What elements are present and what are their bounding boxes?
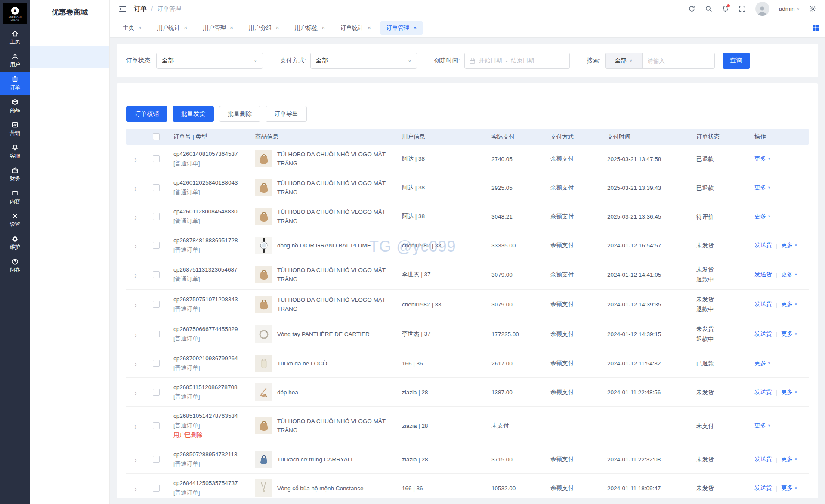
tab-close-icon[interactable]: × — [184, 25, 188, 31]
more-actions-link[interactable]: 更多∨ — [781, 388, 797, 396]
tab-close-icon[interactable]: × — [138, 25, 142, 31]
batch-ship-button[interactable]: 批量发货 — [173, 106, 214, 122]
page-tab[interactable]: 订单统计 × — [334, 21, 377, 35]
more-actions-link[interactable]: 更多∨ — [781, 330, 797, 338]
tab-close-icon[interactable]: × — [230, 25, 233, 31]
search-scope-select[interactable]: 全部 ∨ — [606, 53, 643, 68]
expand-row-icon[interactable]: › — [135, 421, 137, 430]
brand-logo[interactable]: A AMERICANDREAM — [3, 3, 27, 24]
row-checkbox[interactable] — [153, 389, 160, 396]
more-actions-link[interactable]: 更多∨ — [781, 455, 797, 463]
more-actions-link[interactable]: 更多∨ — [754, 184, 771, 192]
rail-item[interactable]: 订单 — [0, 72, 30, 95]
row-checkbox[interactable] — [153, 155, 160, 162]
tab-close-icon[interactable]: × — [276, 25, 279, 31]
refresh-icon[interactable] — [688, 5, 695, 12]
expand-row-icon[interactable]: › — [135, 212, 137, 221]
expand-row-icon[interactable]: › — [135, 329, 137, 339]
ship-order-link[interactable]: 发送货 — [754, 271, 772, 278]
rail-item-label: 商品 — [10, 107, 20, 114]
tab-close-icon[interactable]: × — [414, 25, 417, 31]
search-input[interactable] — [643, 53, 714, 68]
tab-close-icon[interactable]: × — [368, 25, 371, 31]
row-checkbox[interactable] — [153, 213, 160, 220]
row-checkbox[interactable] — [153, 184, 160, 191]
sidebar-item[interactable] — [30, 25, 109, 46]
product-thumbnail — [255, 266, 272, 283]
row-checkbox[interactable] — [153, 271, 160, 278]
ship-order-link[interactable]: 发送货 — [754, 388, 772, 396]
expand-row-icon[interactable]: › — [135, 359, 137, 368]
pay-method: 余额支付 — [550, 359, 607, 367]
ship-order-link[interactable]: 发送货 — [754, 455, 772, 463]
sidebar-item[interactable] — [30, 111, 109, 133]
row-checkbox[interactable] — [153, 485, 160, 492]
expand-row-icon[interactable]: › — [135, 241, 137, 250]
rail-item[interactable]: 问卷 — [0, 255, 30, 278]
page-tab[interactable]: 用户标签 × — [288, 21, 331, 35]
page-tab[interactable]: 用户统计 × — [151, 21, 194, 35]
rail-item[interactable]: 设置 — [0, 209, 30, 232]
rail-item[interactable]: 客服 — [0, 141, 30, 164]
row-checkbox[interactable] — [153, 242, 160, 249]
row-checkbox[interactable] — [153, 331, 160, 337]
settings-gear-icon[interactable] — [809, 5, 816, 12]
order-verify-button[interactable]: 订单核销 — [126, 106, 167, 122]
expand-row-icon[interactable]: › — [135, 183, 137, 192]
rail-item[interactable]: 维护 — [0, 232, 30, 255]
rail-item[interactable]: 营销 — [0, 118, 30, 141]
more-actions-link[interactable]: 更多∨ — [781, 271, 797, 278]
more-actions-link[interactable]: 更多∨ — [754, 359, 771, 367]
expand-row-icon[interactable]: › — [135, 455, 137, 464]
page-tab[interactable]: 用户分组 × — [243, 21, 285, 35]
date-range-picker[interactable]: 开始日期 - 结束日期 — [464, 53, 570, 69]
row-checkbox[interactable] — [153, 456, 160, 463]
more-actions-link[interactable]: 更多∨ — [781, 300, 797, 308]
more-actions-link[interactable]: 更多∨ — [781, 484, 797, 492]
rail-item[interactable]: 商品 — [0, 95, 30, 118]
rail-item[interactable]: 主页 — [0, 27, 30, 49]
page-tab[interactable]: 订单管理 × — [380, 21, 423, 35]
expand-row-icon[interactable]: › — [135, 483, 137, 493]
rail-item[interactable]: 财务 — [0, 164, 30, 186]
pay-method-select[interactable]: 全部 ∨ — [310, 53, 417, 69]
collapse-sidebar-icon[interactable] — [118, 5, 127, 13]
batch-delete-button[interactable]: 批量删除 — [219, 106, 260, 122]
user-avatar[interactable] — [755, 2, 769, 16]
row-checkbox[interactable] — [153, 360, 160, 367]
ship-order-link[interactable]: 发送货 — [754, 484, 772, 492]
row-checkbox[interactable] — [153, 422, 160, 429]
search-icon[interactable] — [705, 5, 712, 12]
notifications-bell-icon[interactable] — [722, 5, 729, 12]
expand-row-icon[interactable]: › — [135, 300, 137, 309]
order-status-select[interactable]: 全部 ∨ — [156, 53, 263, 69]
page-tab[interactable]: 用户管理 × — [197, 21, 239, 35]
sidebar-item[interactable] — [30, 68, 109, 90]
more-actions-link[interactable]: 更多∨ — [754, 213, 771, 220]
expand-row-icon[interactable]: › — [135, 270, 137, 279]
layout-grid-icon[interactable] — [813, 25, 819, 31]
rail-item[interactable]: 用户 — [0, 49, 30, 72]
user-icon — [12, 53, 19, 60]
query-button[interactable]: 查询 — [723, 53, 750, 69]
ship-order-link[interactable]: 发送货 — [754, 330, 772, 338]
sidebar-item[interactable] — [30, 46, 109, 68]
order-export-button[interactable]: 订单导出 — [266, 106, 307, 122]
more-actions-link[interactable]: 更多∨ — [754, 155, 771, 163]
tab-close-icon[interactable]: × — [321, 25, 325, 31]
expand-row-icon[interactable]: › — [135, 154, 137, 164]
username-menu[interactable]: admin ∨ — [779, 6, 800, 12]
ship-order-link[interactable]: 发送货 — [754, 241, 772, 249]
more-actions-link[interactable]: 更多∨ — [754, 422, 771, 430]
rail-item[interactable]: 内容 — [0, 186, 30, 209]
sidebar-item[interactable] — [30, 90, 109, 111]
order-status-label: 订单状态: — [126, 57, 152, 65]
expand-row-icon[interactable]: › — [135, 387, 137, 397]
row-checkbox[interactable] — [153, 301, 160, 308]
more-actions-link[interactable]: 更多∨ — [781, 241, 797, 249]
select-all-checkbox[interactable] — [153, 133, 160, 140]
fullscreen-icon[interactable] — [738, 5, 746, 12]
breadcrumb-section[interactable]: 订单 — [134, 5, 147, 13]
ship-order-link[interactable]: 发送货 — [754, 300, 772, 308]
page-tab[interactable]: 主页 × — [117, 21, 148, 35]
